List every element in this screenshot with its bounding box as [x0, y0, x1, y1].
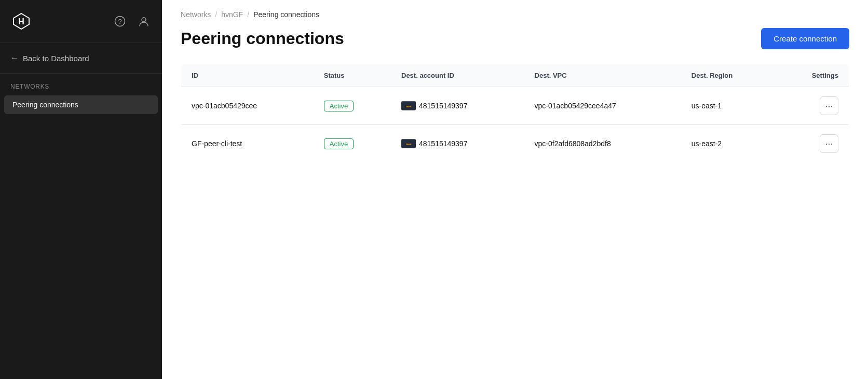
row-2-settings-cell: ··· — [776, 125, 849, 163]
back-arrow-icon: ← — [10, 53, 19, 63]
sidebar-icon-group: ? — [112, 13, 152, 29]
breadcrumb-sep-2: / — [247, 10, 249, 19]
col-dest-account-id: Dest. account ID — [391, 64, 524, 87]
row-2-status: Active — [314, 125, 391, 163]
sidebar: H ? ← Back to Dashboard Networks Peering… — [0, 0, 162, 379]
aws-icon: aws — [401, 139, 416, 148]
aws-logo: aws 481515149397 — [401, 139, 467, 148]
breadcrumb: Networks / hvnGF / Peering connections — [162, 0, 868, 19]
table-header: ID Status Dest. account ID Dest. VPC Des… — [181, 64, 849, 87]
table-row: GF-peer-cli-test Active aws 481515149397 — [181, 125, 849, 163]
sidebar-item-label: Peering connections — [12, 101, 78, 109]
back-to-dashboard-label: Back to Dashboard — [23, 54, 89, 63]
col-id: ID — [181, 64, 314, 87]
svg-text:H: H — [18, 17, 24, 26]
hashicorp-logo: H — [10, 10, 32, 32]
aws-icon: aws — [401, 101, 416, 110]
help-button[interactable]: ? — [112, 13, 128, 29]
col-dest-vpc: Dest. VPC — [524, 64, 681, 87]
row-2-id: GF-peer-cli-test — [181, 125, 314, 163]
row-1-dest-account-id: aws 481515149397 — [391, 87, 524, 125]
row-1-status: Active — [314, 87, 391, 125]
aws-logo: aws 481515149397 — [401, 101, 467, 110]
create-connection-button[interactable]: Create connection — [761, 28, 849, 49]
table-row: vpc-01acb05429cee Active aws 48151514939… — [181, 87, 849, 125]
col-status: Status — [314, 64, 391, 87]
breadcrumb-sep-1: / — [215, 10, 217, 19]
row-2-settings-button[interactable]: ··· — [820, 134, 838, 153]
sidebar-header: H ? — [0, 0, 162, 43]
row-2-dest-vpc: vpc-0f2afd6808ad2bdf8 — [524, 125, 681, 163]
row-1-id: vpc-01acb05429cee — [181, 87, 314, 125]
back-to-dashboard-link[interactable]: ← Back to Dashboard — [0, 43, 162, 74]
breadcrumb-peering-connections: Peering connections — [253, 10, 319, 19]
svg-text:aws: aws — [406, 143, 412, 146]
ellipsis-icon: ··· — [825, 138, 833, 149]
row-1-dest-vpc: vpc-01acb05429cee4a47 — [524, 87, 681, 125]
breadcrumb-hvngf[interactable]: hvnGF — [221, 10, 243, 19]
status-badge: Active — [324, 101, 354, 111]
page-title: Peering connections — [181, 29, 344, 48]
help-icon: ? — [114, 16, 126, 27]
table-body: vpc-01acb05429cee Active aws 48151514939… — [181, 87, 849, 163]
row-1-settings-button[interactable]: ··· — [820, 96, 838, 115]
row-1-account-id-value: 481515149397 — [419, 102, 467, 110]
row-2-dest-region: us-east-2 — [681, 125, 776, 163]
peering-connections-table-container: ID Status Dest. account ID Dest. VPC Des… — [162, 64, 868, 163]
breadcrumb-networks[interactable]: Networks — [181, 10, 211, 19]
peering-connections-table: ID Status Dest. account ID Dest. VPC Des… — [181, 64, 849, 163]
user-icon — [138, 16, 150, 27]
row-2-account-id-value: 481515149397 — [419, 139, 467, 148]
main-content: Networks / hvnGF / Peering connections P… — [162, 0, 868, 379]
col-dest-region: Dest. Region — [681, 64, 776, 87]
sidebar-section-networks: Networks — [0, 74, 162, 94]
col-settings: Settings — [776, 64, 849, 87]
status-badge: Active — [324, 138, 354, 149]
svg-text:?: ? — [118, 18, 121, 25]
sidebar-item-peering-connections[interactable]: Peering connections — [4, 95, 158, 114]
row-2-dest-account-id: aws 481515149397 — [391, 125, 524, 163]
row-1-dest-region: us-east-1 — [681, 87, 776, 125]
svg-text:aws: aws — [406, 105, 412, 108]
svg-point-5 — [142, 18, 146, 22]
row-1-settings-cell: ··· — [776, 87, 849, 125]
ellipsis-icon: ··· — [825, 101, 833, 111]
user-button[interactable] — [136, 13, 152, 29]
page-header: Peering connections Create connection — [162, 19, 868, 64]
